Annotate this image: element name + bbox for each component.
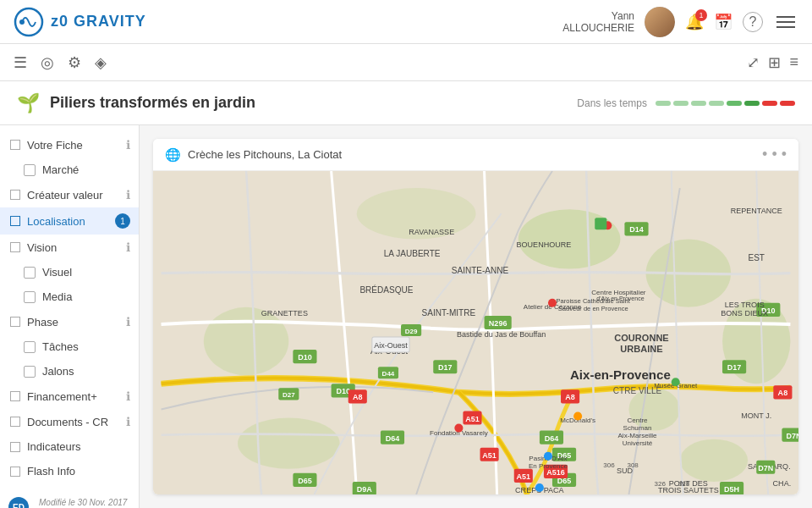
svg-text:D5H: D5H (724, 485, 739, 494)
progress-segment-5 (744, 101, 760, 106)
svg-text:D27: D27 (283, 391, 295, 399)
progress-segment-4 (727, 101, 742, 106)
checkbox-marche[interactable] (24, 164, 36, 176)
collapse-icon (10, 442, 20, 452)
svg-text:Aix-Marseille: Aix-Marseille (618, 432, 657, 439)
sidebar-footer: ED Modifié le 30 Nov. 2017à 16h12 par El… (0, 490, 139, 508)
svg-text:D44: D44 (382, 370, 395, 378)
svg-text:Centre: Centre (627, 417, 648, 424)
footer-modified-text: Modifié le 30 Nov. 2017à 16h12 par Ellia… (39, 497, 127, 508)
menu-icon[interactable]: ☰ (14, 53, 27, 72)
checkbox-jalons[interactable] (24, 366, 36, 378)
svg-text:D9A: D9A (357, 485, 373, 494)
grid-icon[interactable]: ⊞ (768, 53, 781, 72)
sidebar-item-vision[interactable]: Vision ℹ (0, 235, 139, 260)
sidebar-item-phase[interactable]: Phase ℹ (0, 309, 139, 334)
collapse-icon (10, 216, 20, 226)
map-container[interactable]: D10 D10 D10 D17 D17 A8 A8 (153, 171, 798, 494)
svg-text:A8: A8 (778, 389, 788, 397)
svg-text:D65: D65 (298, 477, 312, 485)
user-firstname: Yann (612, 10, 634, 22)
svg-text:D10: D10 (298, 353, 312, 362)
svg-text:LES TROIS: LES TROIS (725, 301, 765, 309)
sidebar-item-taches[interactable]: Tâches (0, 334, 139, 359)
calendar-icon[interactable]: 📅 (714, 13, 732, 31)
svg-point-10 (680, 439, 748, 482)
sidebar-item-marche[interactable]: Marché (0, 157, 139, 182)
svg-text:A8: A8 (353, 393, 363, 401)
collapse-icon (10, 467, 20, 477)
map-actions[interactable]: • • • (762, 146, 787, 163)
progress-segment-1 (673, 101, 689, 106)
progress-segment-6 (762, 101, 777, 106)
sidebar-item-financement[interactable]: Financement+ ℹ (0, 384, 139, 409)
page-icon: 🌱 (17, 92, 40, 114)
layers-icon[interactable]: ◈ (95, 53, 107, 72)
svg-text:306: 306 (603, 461, 615, 469)
checkbox-visuel[interactable] (24, 267, 36, 279)
progress-segment-7 (780, 101, 795, 106)
menu-button[interactable] (773, 13, 798, 31)
svg-point-88 (535, 483, 544, 492)
collapse-icon (10, 190, 20, 200)
page-header-right: Dans les temps (577, 97, 795, 109)
main-layout: Votre Fiche ℹ Marché Créateur valeur ℹ L… (0, 125, 812, 508)
user-lastname: ALLOUCHERIE (562, 22, 634, 34)
progress-bar (656, 101, 795, 106)
svg-text:BONS DIEUX: BONS DIEUX (721, 309, 768, 318)
settings-icon[interactable]: ⚙ (68, 53, 81, 72)
sidebar-item-flash-info[interactable]: Flash Info (0, 459, 139, 483)
svg-point-1 (19, 19, 25, 25)
header-right: Yann ALLOUCHERIE 🔔 1 📅 ? (562, 7, 798, 37)
status-text: Dans les temps (577, 97, 647, 109)
localisation-badge: 1 (115, 213, 130, 229)
list-icon[interactable]: ≡ (789, 53, 798, 71)
header: z0 GRAVITY Yann ALLOUCHERIE 🔔 1 📅 ? (0, 0, 812, 44)
svg-text:Bastide du Jas de Bouffan: Bastide du Jas de Bouffan (457, 330, 546, 339)
sidebar-item-jalons[interactable]: Jalons (0, 359, 139, 384)
sidebar-item-votre-fiche[interactable]: Votre Fiche ℹ (0, 132, 139, 157)
svg-text:SAINTE-ANNE: SAINTE-ANNE (452, 266, 509, 275)
sidebar-item-createur[interactable]: Créateur valeur ℹ (0, 182, 139, 207)
sidebar: Votre Fiche ℹ Marché Créateur valeur ℹ L… (0, 125, 140, 508)
sidebar-item-indicateurs[interactable]: Indicateurs (0, 434, 139, 459)
info-icon: ℹ (126, 188, 130, 202)
svg-text:Aix-Ouest: Aix-Ouest (374, 341, 408, 350)
collapse-icon (10, 140, 20, 150)
avatar-image (645, 7, 675, 37)
checkbox-taches[interactable] (24, 341, 36, 353)
expand-icon[interactable]: ⤢ (747, 53, 760, 72)
svg-text:A8: A8 (565, 393, 575, 401)
svg-rect-90 (595, 218, 606, 229)
sidebar-label: Phase (27, 316, 58, 329)
progress-segment-3 (709, 101, 724, 106)
info-icon: ℹ (126, 315, 130, 329)
svg-text:D64: D64 (545, 434, 559, 443)
sidebar-label: Visuel (42, 266, 72, 279)
more-options-icon[interactable]: • • • (762, 146, 787, 163)
svg-text:D14: D14 (629, 225, 644, 234)
svg-text:BOUENHOURE: BOUENHOURE (517, 240, 572, 249)
svg-text:D17: D17 (438, 363, 453, 372)
map-card: 🌐 Crèche les Pitchouns, La Ciotat • • • (153, 139, 798, 494)
sidebar-label: Flash Info (27, 465, 75, 478)
sidebar-item-localisation[interactable]: Localisation 1 (0, 207, 139, 235)
map-svg: D10 D10 D10 D17 D17 A8 A8 (153, 171, 798, 494)
location-text: Crèche les Pitchouns, La Ciotat (188, 148, 342, 161)
toolbar-right: ⤢ ⊞ ≡ (747, 53, 798, 72)
svg-text:En Provence: En Provence (529, 462, 568, 470)
sidebar-item-visuel[interactable]: Visuel (0, 260, 139, 284)
sidebar-item-documents[interactable]: Documents - CR ℹ (0, 409, 139, 434)
svg-text:D7N: D7N (758, 464, 773, 472)
svg-text:URBAINE: URBAINE (620, 344, 662, 354)
notification-bell[interactable]: 🔔 1 (685, 13, 704, 31)
checkbox-media[interactable] (24, 291, 36, 303)
svg-text:BRÉDASQUE: BRÉDASQUE (359, 284, 413, 295)
location-icon[interactable]: ◎ (41, 53, 54, 72)
sidebar-label: Documents - CR (27, 416, 108, 428)
sidebar-item-media[interactable]: Media (0, 284, 139, 309)
help-icon[interactable]: ? (743, 12, 763, 32)
svg-text:d'Aix en Provence: d'Aix en Provence (596, 295, 644, 301)
info-icon: ℹ (126, 240, 130, 254)
toolbar: ☰ ◎ ⚙ ◈ ⤢ ⊞ ≡ (0, 44, 812, 81)
